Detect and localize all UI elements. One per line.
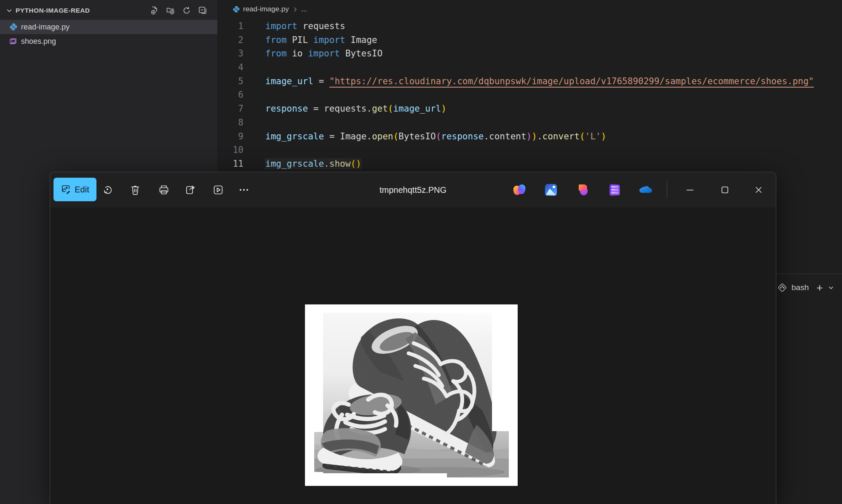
code-line-6[interactable]: 6: [217, 88, 842, 102]
close-button[interactable]: [749, 181, 768, 199]
onedrive-button[interactable]: [639, 183, 653, 197]
copilot-button[interactable]: [512, 183, 527, 197]
terminal-tab-bash[interactable]: bash +: [777, 279, 834, 296]
explorer-section-header[interactable]: PYTHON-IMAGE-READ: [0, 3, 217, 18]
grayscale-shoes-photo: [305, 304, 518, 486]
gallery-button[interactable]: [544, 183, 558, 197]
refresh-icon[interactable]: [182, 6, 191, 15]
file-name: read-image.py: [21, 23, 69, 32]
bash-icon: [777, 283, 787, 293]
edit-image-icon: [61, 184, 71, 195]
line-number: 2: [217, 33, 243, 47]
code-lines: 1import requests2from PIL import Image3f…: [217, 19, 842, 171]
share-icon: [185, 184, 197, 196]
new-folder-icon[interactable]: [166, 6, 175, 15]
file-row-shoes-png[interactable]: shoes.png: [0, 34, 217, 48]
more-icon: [238, 184, 250, 196]
new-terminal-icon[interactable]: +: [816, 281, 823, 294]
code-text: image_url = "https://res.cloudinary.com/…: [265, 76, 814, 86]
line-number: 11: [217, 157, 243, 171]
code-text: from io import BytesIO: [265, 48, 382, 59]
rotate-icon: [102, 184, 114, 196]
rotate-button[interactable]: [99, 181, 116, 198]
line-number: 9: [217, 130, 243, 144]
breadcrumb[interactable]: read-image.py ...: [217, 3, 307, 16]
maximize-button[interactable]: [716, 181, 734, 199]
python-file-icon: [9, 23, 18, 31]
code-line-8[interactable]: 8: [217, 116, 842, 130]
maximize-icon: [720, 185, 730, 195]
code-line-10[interactable]: 10: [217, 143, 842, 157]
photos-window: Edit: [50, 172, 776, 504]
share-button[interactable]: [182, 181, 199, 198]
photos-titlebar[interactable]: Edit: [50, 172, 776, 208]
trash-icon: [130, 184, 141, 196]
viewed-image-shoes[interactable]: [305, 304, 518, 486]
code-line-4[interactable]: 4: [217, 61, 842, 75]
line-number: 7: [217, 102, 243, 116]
breadcrumb-file[interactable]: read-image.py: [243, 5, 289, 13]
code-text: response = requests.get(image_url): [265, 104, 446, 114]
clipchamp-button[interactable]: [607, 183, 622, 197]
slideshow-icon: [212, 184, 224, 196]
file-row-read-image-py[interactable]: read-image.py: [0, 20, 217, 34]
code-line-2[interactable]: 2from PIL import Image: [217, 33, 842, 47]
slideshow-button[interactable]: [210, 181, 227, 198]
terminal-tab-label[interactable]: bash: [791, 283, 809, 292]
minimize-button[interactable]: [681, 181, 699, 199]
code-line-9[interactable]: 9img_grscale = Image.open(BytesIO(respon…: [217, 130, 842, 144]
explorer-title: PYTHON-IMAGE-READ: [16, 7, 90, 14]
code-line-1[interactable]: 1import requests: [217, 19, 842, 33]
code-line-5[interactable]: 5image_url = "https://res.cloudinary.com…: [217, 75, 842, 88]
designer-button[interactable]: [576, 183, 590, 197]
code-text: from PIL import Image: [265, 35, 377, 45]
designer-icon: [577, 184, 588, 195]
minimize-icon: [685, 185, 695, 195]
line-number: 8: [217, 116, 243, 130]
gallery-icon: [545, 184, 557, 196]
code-line-3[interactable]: 3from io import BytesIO: [217, 47, 842, 61]
code-line-11[interactable]: 11img_grscale.show(): [217, 157, 842, 171]
collapse-folders-icon[interactable]: [198, 6, 207, 15]
explorer-actions: [150, 3, 207, 18]
delete-button[interactable]: [127, 181, 144, 198]
line-number: 1: [217, 19, 243, 33]
printer-icon: [158, 184, 170, 196]
code-text: img_grscale = Image.open(BytesIO(respons…: [265, 131, 606, 141]
line-number: 3: [217, 47, 243, 61]
edit-button-label: Edit: [75, 185, 89, 195]
image-file-icon: [9, 37, 18, 45]
titlebar-divider: [667, 181, 667, 199]
copilot-icon: [513, 184, 525, 196]
code-line-7[interactable]: 7response = requests.get(image_url): [217, 102, 842, 116]
code-text: import requests: [265, 21, 345, 31]
python-file-icon: [233, 5, 240, 13]
line-number: 4: [217, 61, 243, 75]
more-button[interactable]: [235, 181, 252, 198]
chevron-down-icon: [6, 7, 13, 14]
print-button[interactable]: [155, 181, 172, 198]
edit-button[interactable]: Edit: [53, 178, 96, 201]
line-number: 6: [217, 88, 243, 102]
chevron-right-icon: [292, 6, 298, 13]
file-name: shoes.png: [21, 37, 56, 46]
line-number: 10: [217, 143, 243, 157]
new-file-icon[interactable]: [150, 6, 159, 15]
desktop: PYTHON-IMAGE-READ: [0, 0, 842, 504]
close-icon: [754, 185, 763, 195]
clipchamp-icon: [609, 184, 620, 196]
code-text: img_grscale.show(): [265, 159, 361, 169]
terminal-profile-chevron-icon[interactable]: [828, 284, 834, 291]
onedrive-icon: [639, 185, 652, 195]
line-number: 5: [217, 75, 243, 88]
breadcrumb-more[interactable]: ...: [301, 5, 307, 13]
